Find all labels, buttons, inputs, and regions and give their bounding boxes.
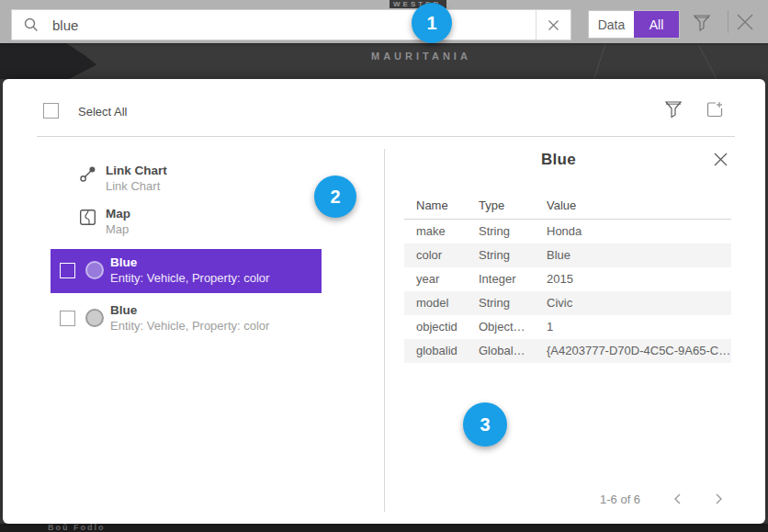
scope-option-all[interactable]: All bbox=[634, 11, 679, 38]
cell-name: year bbox=[416, 267, 439, 291]
table-row: model String Civic bbox=[404, 291, 731, 315]
pagination-prev-icon[interactable] bbox=[672, 492, 684, 505]
result-title: Map bbox=[106, 207, 130, 221]
result-subtitle: Entity: Vehicle, Property: color bbox=[110, 271, 269, 285]
link-chart-icon bbox=[79, 165, 96, 183]
map-label-bottom: Boû Fodlo bbox=[48, 523, 106, 532]
cell-value: {A4203777-D70D-4C5C-9A65-C… bbox=[547, 339, 730, 363]
result-checkbox[interactable] bbox=[60, 263, 75, 278]
cell-value: 2015 bbox=[547, 267, 573, 291]
properties-table: Name Type Value make String Honda color … bbox=[404, 198, 731, 363]
cell-name: color bbox=[416, 243, 442, 267]
close-search-icon[interactable] bbox=[735, 12, 755, 32]
annotation-badge-2: 2 bbox=[314, 175, 356, 218]
cell-type: Global… bbox=[479, 339, 525, 363]
filter-results-icon[interactable] bbox=[664, 99, 683, 119]
panel-header-divider bbox=[37, 136, 735, 137]
result-subtitle: Entity: Vehicle, Property: color bbox=[110, 319, 269, 333]
result-title: Link Chart bbox=[106, 164, 167, 177]
cell-value: 1 bbox=[547, 315, 553, 339]
close-detail-icon[interactable] bbox=[713, 152, 728, 167]
table-row: make String Honda bbox=[404, 220, 731, 243]
cell-value: Honda bbox=[547, 220, 582, 243]
cell-value: Civic bbox=[547, 291, 572, 315]
result-item-blue[interactable]: Blue Entity: Vehicle, Property: color bbox=[37, 298, 377, 340]
col-header-type: Type bbox=[479, 198, 504, 212]
result-title: Blue bbox=[110, 303, 137, 317]
entity-circle-icon bbox=[85, 309, 104, 327]
map-country-shape bbox=[0, 43, 138, 79]
list-detail-divider bbox=[384, 149, 385, 512]
detail-title: Blue bbox=[384, 151, 733, 169]
clear-x-icon bbox=[548, 19, 559, 31]
cell-name: globalid bbox=[416, 339, 457, 363]
search-scope-toggle: Data All bbox=[588, 10, 680, 39]
result-checkbox[interactable] bbox=[60, 311, 75, 326]
select-all-label: Select All bbox=[78, 105, 127, 119]
clear-search-button[interactable] bbox=[536, 10, 570, 40]
pagination-next-icon[interactable] bbox=[712, 492, 725, 505]
search-input[interactable] bbox=[40, 17, 536, 33]
cell-type: String bbox=[479, 243, 510, 267]
table-row: year Integer 2015 bbox=[404, 267, 731, 291]
search-box bbox=[11, 9, 571, 40]
cell-type: String bbox=[479, 220, 510, 243]
col-header-value: Value bbox=[547, 198, 576, 212]
result-subtitle: Map bbox=[106, 222, 129, 236]
map-label-mauritania: MAURITANIA bbox=[371, 51, 471, 62]
cell-type: Object… bbox=[479, 315, 525, 339]
result-title: Blue bbox=[110, 255, 137, 269]
toolbar-divider bbox=[728, 10, 728, 33]
entity-circle-icon bbox=[85, 261, 104, 279]
table-row: globalid Global… {A4203777-D70D-4C5C-9A6… bbox=[404, 339, 731, 363]
results-panel: Select All Link Chart Link Chart bbox=[3, 79, 765, 524]
cell-type: String bbox=[479, 291, 510, 315]
cell-name: model bbox=[416, 291, 448, 315]
cell-name: objectid bbox=[416, 315, 457, 339]
search-results-screen: MAURITANIA Boû Fodlo Data All bbox=[0, 0, 768, 532]
cell-value: Blue bbox=[547, 243, 570, 267]
search-toolbar: Data All WESTER bbox=[0, 0, 768, 43]
result-item-blue-selected[interactable]: Blue Entity: Vehicle, Property: color bbox=[51, 249, 322, 293]
table-row: color String Blue bbox=[404, 243, 731, 267]
filter-icon[interactable] bbox=[692, 12, 712, 32]
scope-option-data[interactable]: Data bbox=[589, 11, 634, 38]
map-boundary-line bbox=[698, 45, 717, 80]
table-row: objectid Object… 1 bbox=[404, 315, 731, 339]
annotation-badge-3: 3 bbox=[463, 402, 507, 447]
select-all-checkbox[interactable] bbox=[43, 103, 59, 119]
table-header-row: Name Type Value bbox=[404, 198, 731, 220]
map-bottom-strip bbox=[0, 524, 768, 532]
search-icon bbox=[23, 17, 40, 33]
map-icon bbox=[79, 209, 96, 226]
cell-type: Integer bbox=[479, 267, 515, 291]
annotation-badge-1: 1 bbox=[412, 3, 452, 43]
map-boundary-line bbox=[593, 44, 606, 81]
pagination-label: 1-6 of 6 bbox=[600, 492, 640, 506]
result-subtitle: Link Chart bbox=[106, 179, 160, 193]
cell-name: make bbox=[416, 220, 446, 243]
col-header-name: Name bbox=[416, 198, 448, 212]
add-selection-icon[interactable] bbox=[705, 99, 725, 119]
